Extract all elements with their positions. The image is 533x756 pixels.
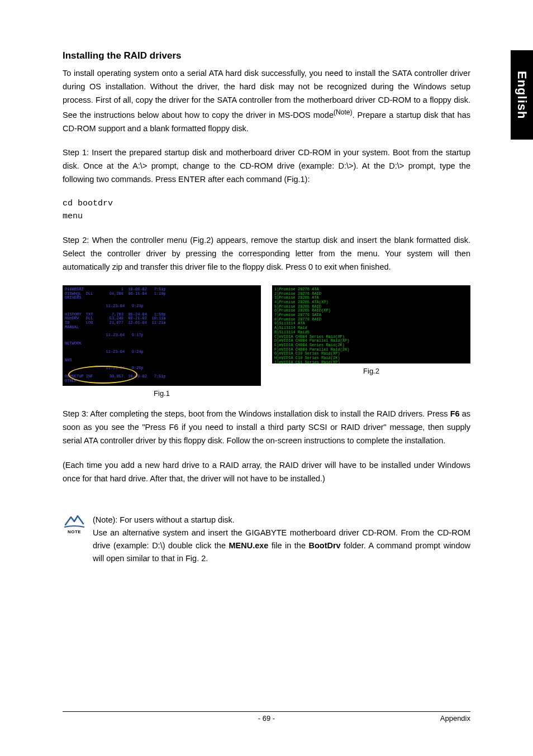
menu-exe: MENU.exe bbox=[229, 541, 268, 550]
step1-paragraph: Step 1: Insert the prepared startup disk… bbox=[63, 146, 470, 186]
figure-2-screenshot: 1)Promise 20276 ATA2)Promise 20276 RAID3… bbox=[272, 285, 470, 363]
figure-2-caption: Fig.2 bbox=[363, 367, 379, 375]
step2-paragraph: Step 2: When the controller menu (Fig.2)… bbox=[63, 234, 470, 274]
intro-paragraph: To install operating system onto a seria… bbox=[63, 67, 470, 135]
footer-page-number: - 69 - bbox=[63, 714, 470, 722]
note-block: NOTE (Note): For users without a startup… bbox=[63, 514, 470, 566]
note-icon-label: NOTE bbox=[63, 529, 86, 534]
figure-2: 1)Promise 20276 ATA2)Promise 20276 RAID3… bbox=[272, 285, 470, 398]
figure-1: D100BSRZ 1 10-08-02 7:51pDISWHQL DLL 94,… bbox=[63, 285, 261, 398]
note-text: (Note): For users without a startup disk… bbox=[93, 514, 470, 566]
page-footer: - 69 - Appendix bbox=[63, 711, 470, 722]
each-time-paragraph: (Each time you add a new hard drive to a… bbox=[63, 459, 470, 486]
page-content: Installing the RAID drivers To install o… bbox=[0, 0, 533, 756]
step3-paragraph: Step 3: After completing the steps, boot… bbox=[63, 408, 470, 448]
bootdrv-folder: BootDrv bbox=[308, 541, 340, 550]
note-superscript: (Note) bbox=[334, 108, 353, 116]
note-line2b: file in the bbox=[268, 541, 308, 550]
figures-row: D100BSRZ 1 10-08-02 7:51pDISWHQL DLL 94,… bbox=[63, 285, 470, 398]
figure-1-screenshot: D100BSRZ 1 10-08-02 7:51pDISWHQL DLL 94,… bbox=[63, 285, 261, 386]
figure-1-caption: Fig.1 bbox=[154, 389, 170, 398]
command-block: cd bootdrv menu bbox=[63, 198, 470, 223]
note-icon: NOTE bbox=[63, 514, 86, 566]
step3-text-a: Step 3: After completing the steps, boot… bbox=[63, 409, 450, 418]
section-heading: Installing the RAID drivers bbox=[63, 50, 470, 61]
note-line1: (Note): For users without a startup disk… bbox=[93, 515, 235, 524]
f6-key: F6 bbox=[450, 409, 460, 418]
